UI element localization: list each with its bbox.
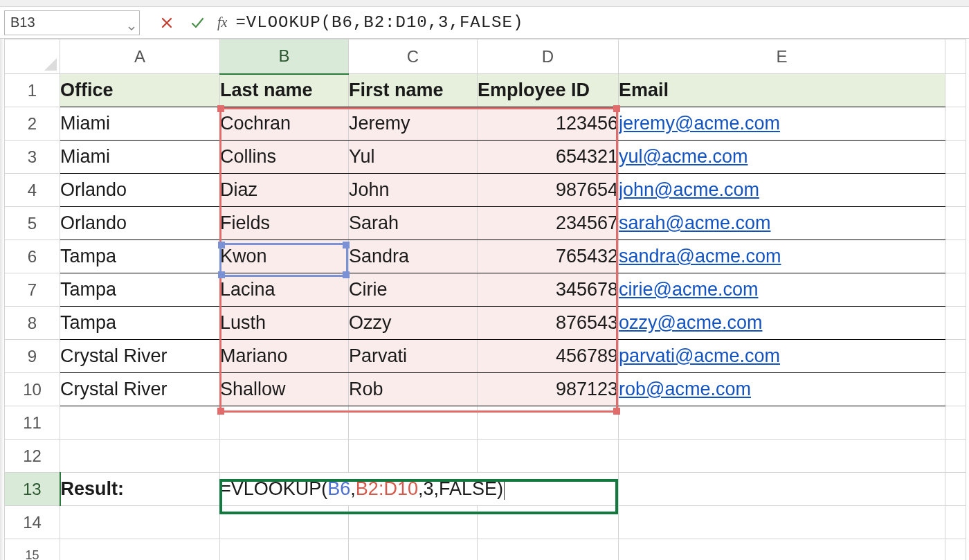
cell-E5[interactable]: sarah@acme.com — [619, 207, 945, 240]
cell-F7[interactable] — [945, 273, 966, 307]
cell-E1[interactable]: Email — [619, 74, 945, 107]
row-header-4[interactable]: 4 — [5, 174, 60, 207]
cell-E3[interactable]: yul@acme.com — [619, 141, 945, 174]
row-header-8[interactable]: 8 — [5, 307, 60, 340]
enter-button[interactable] — [190, 15, 205, 30]
cell-C14[interactable] — [349, 506, 478, 539]
cell-D9[interactable]: 456789 — [478, 340, 619, 373]
email-link[interactable]: jeremy@acme.com — [619, 113, 780, 134]
cell-F4[interactable] — [945, 174, 966, 207]
row-header-7[interactable]: 7 — [5, 273, 60, 307]
name-box[interactable]: B13 — [4, 10, 140, 35]
cell-B3[interactable]: Collins — [220, 141, 349, 174]
row-header-10[interactable]: 10 — [5, 373, 60, 406]
cell-E6[interactable]: sandra@acme.com — [619, 240, 945, 273]
cell-C9[interactable]: Parvati — [349, 340, 478, 373]
cell-F15[interactable] — [945, 539, 966, 561]
cancel-button[interactable] — [159, 15, 174, 30]
cell-B6[interactable]: Kwon — [220, 240, 349, 273]
cell-C3[interactable]: Yul — [349, 141, 478, 174]
cell-F1[interactable] — [945, 74, 966, 107]
cell-C2[interactable]: Jeremy — [349, 107, 478, 141]
cell-A6[interactable]: Tampa — [60, 240, 220, 273]
cell-B9[interactable]: Mariano — [220, 340, 349, 373]
cell-E4[interactable]: john@acme.com — [619, 174, 945, 207]
cell-E13[interactable] — [619, 473, 945, 506]
email-link[interactable]: ozzy@acme.com — [619, 312, 762, 333]
email-link[interactable]: sarah@acme.com — [619, 213, 770, 233]
cell-E15[interactable] — [619, 539, 945, 561]
column-header-extra[interactable] — [945, 39, 966, 74]
cell-F13[interactable] — [945, 473, 966, 506]
cell-B13[interactable]: =VLOOKUP(B6,B2:D10,3,FALSE) — [220, 473, 619, 506]
cell-C5[interactable]: Sarah — [349, 207, 478, 240]
cell-E14[interactable] — [619, 506, 945, 539]
cell-A1[interactable]: Office — [60, 74, 220, 107]
row-header-13[interactable]: 13 — [5, 473, 60, 506]
cell-E11[interactable] — [619, 406, 945, 440]
cell-E10[interactable]: rob@acme.com — [619, 373, 945, 406]
cell-F11[interactable] — [945, 406, 966, 440]
fx-icon[interactable]: fx — [217, 15, 227, 30]
cell-F10[interactable] — [945, 373, 966, 406]
cell-D3[interactable]: 654321 — [478, 141, 619, 174]
cell-B14[interactable] — [220, 506, 349, 539]
email-link[interactable]: sandra@acme.com — [619, 246, 781, 267]
cell-C10[interactable]: Rob — [349, 373, 478, 406]
row-header-9[interactable]: 9 — [5, 340, 60, 373]
cell-D15[interactable] — [478, 539, 619, 561]
cell-A11[interactable] — [60, 406, 220, 440]
cell-D11[interactable] — [478, 406, 619, 440]
cell-F12[interactable] — [945, 440, 966, 473]
cell-A14[interactable] — [60, 506, 220, 539]
row-header-14[interactable]: 14 — [5, 506, 60, 539]
cell-A13[interactable]: Result: — [60, 473, 220, 506]
cell-E12[interactable] — [619, 440, 945, 473]
cell-D5[interactable]: 234567 — [478, 207, 619, 240]
cell-B15[interactable] — [220, 539, 349, 561]
cell-F6[interactable] — [945, 240, 966, 273]
cell-F3[interactable] — [945, 141, 966, 174]
cell-C15[interactable] — [349, 539, 478, 561]
cell-D12[interactable] — [478, 440, 619, 473]
column-header-A[interactable]: A — [60, 39, 220, 74]
cell-B1[interactable]: Last name — [220, 74, 349, 107]
row-header-6[interactable]: 6 — [5, 240, 60, 273]
column-header-D[interactable]: D — [478, 39, 619, 74]
cell-A15[interactable] — [60, 539, 220, 561]
email-link[interactable]: cirie@acme.com — [619, 279, 758, 300]
cell-D7[interactable]: 345678 — [478, 273, 619, 307]
cell-A4[interactable]: Orlando — [60, 174, 220, 207]
cell-C11[interactable] — [349, 406, 478, 440]
cell-B2[interactable]: Cochran — [220, 107, 349, 141]
cell-D4[interactable]: 987654 — [478, 174, 619, 207]
cell-A5[interactable]: Orlando — [60, 207, 220, 240]
column-header-B[interactable]: B — [220, 39, 349, 74]
email-link[interactable]: parvati@acme.com — [619, 345, 780, 366]
row-header-3[interactable]: 3 — [5, 141, 60, 174]
formula-input[interactable] — [235, 10, 969, 35]
email-link[interactable]: rob@acme.com — [619, 379, 751, 399]
row-header-1[interactable]: 1 — [5, 74, 60, 107]
column-header-C[interactable]: C — [349, 39, 478, 74]
cell-A2[interactable]: Miami — [60, 107, 220, 141]
cell-D10[interactable]: 987123 — [478, 373, 619, 406]
cell-A8[interactable]: Tampa — [60, 307, 220, 340]
cell-C8[interactable]: Ozzy — [349, 307, 478, 340]
cell-C6[interactable]: Sandra — [349, 240, 478, 273]
cell-D1[interactable]: Employee ID — [478, 74, 619, 107]
cell-A12[interactable] — [60, 440, 220, 473]
select-all-corner[interactable] — [5, 39, 60, 74]
cell-B10[interactable]: Shallow — [220, 373, 349, 406]
cell-B5[interactable]: Fields — [220, 207, 349, 240]
chevron-down-icon[interactable] — [128, 19, 135, 26]
cell-E8[interactable]: ozzy@acme.com — [619, 307, 945, 340]
cell-F9[interactable] — [945, 340, 966, 373]
cell-F5[interactable] — [945, 207, 966, 240]
email-link[interactable]: john@acme.com — [619, 179, 759, 200]
cell-A3[interactable]: Miami — [60, 141, 220, 174]
cell-D14[interactable] — [478, 506, 619, 539]
cell-B4[interactable]: Diaz — [220, 174, 349, 207]
cell-B12[interactable] — [220, 440, 349, 473]
cell-A10[interactable]: Crystal River — [60, 373, 220, 406]
